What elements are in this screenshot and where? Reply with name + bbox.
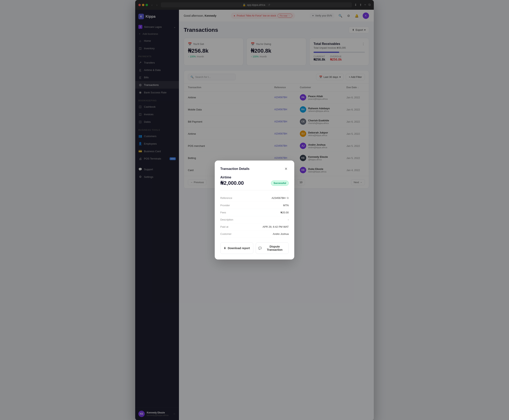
download-report-label: Download report: [228, 247, 250, 250]
modal-detail-row: Customer Andre Joshua: [220, 231, 289, 238]
modal-actions: ⬇ Download report 💬 Dispute Transaction: [220, 242, 289, 254]
modal-detail-row: Paid at APR 29, 6:42 PM WAT: [220, 223, 289, 231]
detail-label: Provider: [220, 204, 230, 207]
detail-value: Andre Joshua: [273, 232, 289, 235]
modal-overlay[interactable]: Transaction Details ✕ Airtime ₦2,000.00 …: [135, 0, 374, 420]
transaction-details-modal: Transaction Details ✕ Airtime ₦2,000.00 …: [215, 161, 294, 259]
modal-transaction-type: Airtime: [220, 176, 289, 179]
detail-label: Fees: [220, 211, 226, 214]
copy-icon[interactable]: ⧉: [287, 196, 289, 200]
modal-detail-row: Description -: [220, 216, 289, 223]
detail-label: Customer: [220, 232, 231, 235]
modal-title: Transaction Details: [220, 167, 249, 171]
detail-label: Reference: [220, 196, 232, 199]
modal-status-badge: Successful: [271, 180, 289, 186]
modal-amount: ₦2,000.00: [220, 180, 244, 186]
detail-value: APR 29, 6:42 PM WAT: [263, 225, 289, 228]
detail-value: A234567BH ⧉: [272, 196, 289, 200]
modal-detail-row: Fees ₦20.00: [220, 209, 289, 216]
download-icon: ⬇: [224, 247, 226, 250]
dispute-transaction-button[interactable]: 💬 Dispute Transaction: [256, 242, 289, 254]
modal-amount-row: ₦2,000.00 Successful: [220, 180, 289, 190]
download-report-button[interactable]: ⬇ Download report: [220, 242, 253, 254]
modal-header: Transaction Details ✕: [220, 166, 289, 172]
modal-detail-row: Provider MTN: [220, 202, 289, 209]
detail-value: -: [288, 218, 289, 221]
dispute-label: Dispute Transaction: [263, 245, 286, 251]
detail-value: ₦20.00: [281, 211, 289, 214]
modal-fields: Reference A234567BH ⧉ Provider MTN Fees …: [220, 194, 289, 238]
modal-close-button[interactable]: ✕: [283, 166, 289, 172]
detail-label: Description: [220, 218, 233, 221]
detail-label: Paid at: [220, 225, 228, 228]
modal-detail-row: Reference A234567BH ⧉: [220, 194, 289, 202]
detail-value: MTN: [283, 204, 289, 207]
dispute-icon: 💬: [258, 247, 262, 250]
